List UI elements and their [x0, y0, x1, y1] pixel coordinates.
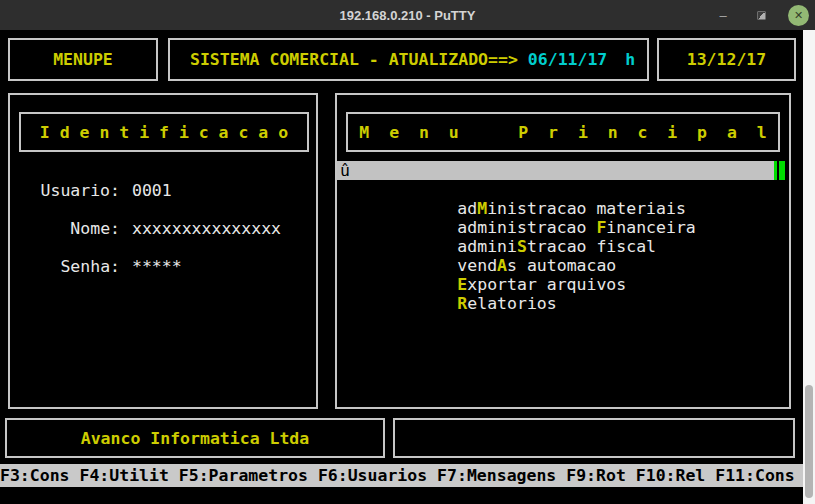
current-date-label: 13/12/17	[687, 50, 766, 69]
titlebar: 192.168.0.210 - PuTTY – ✕	[0, 0, 815, 30]
identification-title-box: I d e n t i f i c a c a o	[19, 112, 309, 152]
maximize-icon	[757, 11, 766, 20]
menu-code-label: MENUPE	[53, 50, 113, 69]
menu-scroll-indicator	[774, 161, 785, 180]
menu-item-administracao-financeira[interactable]: administracao Financeira	[337, 199, 789, 218]
menu-list: ûCadastros basicos adMinistracao materia…	[337, 161, 789, 294]
scrollbar-thumb[interactable]	[805, 385, 813, 498]
main-menu-panel: M e n u P r i n c i p a l ûCadastros bas…	[335, 93, 791, 409]
system-updated-flag: h	[625, 50, 635, 69]
usuario-field[interactable]: Usuario: 0001	[10, 181, 172, 200]
menu-item-administracao-fiscal[interactable]: adminiStracao fiscal	[337, 218, 789, 237]
senha-field[interactable]: Senha: *****	[10, 257, 182, 276]
identification-panel: I d e n t i f i c a c a o Usuario: 0001 …	[8, 93, 318, 409]
company-box: Avanco Informatica Ltda	[5, 418, 385, 458]
menu-title-box: M e n u P r i n c i p a l	[346, 112, 780, 152]
identification-title: I d e n t i f i c a c a o	[40, 123, 288, 142]
minimize-button[interactable]: –	[712, 4, 734, 26]
menu-item-cadastros-basicos[interactable]: ûCadastros basicos	[337, 161, 774, 180]
window-title: 192.168.0.210 - PuTTY	[340, 8, 476, 23]
terminal-screen: MENUPE SISTEMA COMERCIAL - ATUALIZADO==>…	[0, 30, 815, 504]
menu-code-box: MENUPE	[8, 38, 158, 81]
message-box	[393, 418, 795, 458]
menu-item-administracao-materiais[interactable]: adMinistracao materiais	[337, 180, 789, 199]
hotkey-letter: R	[457, 294, 467, 313]
maximize-button[interactable]	[750, 4, 772, 26]
usuario-label: Usuario:	[10, 181, 120, 200]
menu-item-vendas-automacao[interactable]: vendAs automacao	[337, 237, 789, 256]
nome-value[interactable]: xxxxxxxxxxxxxxx	[132, 219, 281, 238]
close-button[interactable]: ✕	[788, 5, 809, 26]
function-key-statusbar: F3:Cons F4:Utilit F5:Parametros F6:Usuar…	[0, 464, 803, 487]
menu-item-exportar-arquivos[interactable]: Exportar arquivos	[337, 256, 789, 275]
senha-value[interactable]: *****	[132, 257, 182, 276]
system-title-label: SISTEMA COMERCIAL - ATUALIZADO==>	[190, 50, 518, 69]
current-date-box: 13/12/17	[657, 38, 796, 81]
company-name: Avanco Informatica Ltda	[81, 429, 309, 448]
menu-item-relatorios[interactable]: Relatorios	[337, 275, 789, 294]
senha-label: Senha:	[10, 257, 120, 276]
window-controls: – ✕	[712, 0, 809, 30]
selection-cursor: û	[340, 161, 350, 180]
usuario-value[interactable]: 0001	[132, 181, 172, 200]
nome-field[interactable]: Nome: xxxxxxxxxxxxxxx	[10, 219, 281, 238]
system-updated-date: 06/11/17	[528, 50, 607, 69]
putty-window: 192.168.0.210 - PuTTY – ✕ MENUPE SISTEMA…	[0, 0, 815, 504]
menu-title: M e n u P r i n c i p a l	[359, 123, 766, 142]
nome-label: Nome:	[10, 219, 120, 238]
system-title-box: SISTEMA COMERCIAL - ATUALIZADO==> 06/11/…	[168, 38, 649, 81]
function-key-help-text: F3:Cons F4:Utilit F5:Parametros F6:Usuar…	[0, 466, 795, 485]
scrollbar[interactable]	[803, 30, 815, 504]
